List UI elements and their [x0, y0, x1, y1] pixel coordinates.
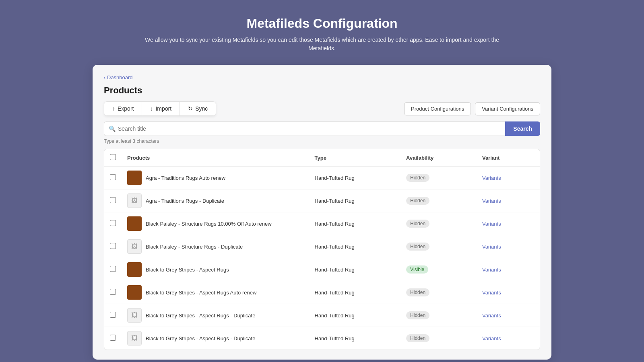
variant-config-button[interactable]: Variant Configurations [475, 102, 540, 115]
product-thumbnail [127, 285, 142, 300]
product-name: Black to Grey Stripes - Aspect Rugs Auto… [146, 290, 256, 296]
config-buttons: Product Configurations Variant Configura… [404, 102, 540, 115]
image-placeholder-icon: 🖼 [131, 197, 138, 204]
row-availability-cell: Hidden [400, 189, 477, 212]
product-thumbnail: 🖼 [127, 308, 142, 323]
row-checkbox-cell [104, 235, 122, 258]
row-availability-cell: Hidden [400, 167, 477, 189]
row-checkbox[interactable] [110, 335, 116, 341]
product-thumbnail [127, 216, 142, 231]
availability-badge: Hidden [406, 174, 429, 182]
row-product-cell: 🖼Black to Grey Stripes - Aspect Rugs - D… [122, 304, 309, 327]
row-checkbox-cell [104, 327, 122, 350]
variants-link[interactable]: Variants [482, 175, 501, 181]
search-input-wrapper: 🔍 [104, 121, 505, 136]
availability-badge: Hidden [406, 220, 429, 228]
product-name: Black Paisley - Structure Rugs 10.00% Of… [146, 221, 272, 227]
image-placeholder-icon: 🖼 [131, 335, 138, 342]
products-table-container: Products Type Availability Variant Agra … [104, 149, 540, 350]
row-type-cell: Hand-Tufted Rug [309, 327, 401, 350]
row-checkbox[interactable] [110, 197, 116, 203]
table-row: 🖼Black Paisley - Structure Rugs - Duplic… [104, 235, 540, 258]
availability-badge: Hidden [406, 243, 429, 251]
variants-link[interactable]: Variants [482, 290, 501, 296]
row-checkbox[interactable] [110, 174, 116, 180]
product-cell: Black to Grey Stripes - Aspect Rugs [127, 262, 303, 277]
variants-link[interactable]: Variants [482, 221, 501, 227]
availability-badge: Hidden [406, 197, 429, 205]
row-product-cell: 🖼Black to Grey Stripes - Aspect Rugs - D… [122, 327, 309, 350]
chevron-left-icon: ‹ [104, 75, 105, 80]
sync-button[interactable]: ↻ Sync [180, 102, 216, 115]
row-variant-cell: Variants [477, 212, 540, 235]
row-availability-cell: Hidden [400, 327, 477, 350]
toolbar: ↑ Export ↓ Import ↻ Sync Product Configu… [104, 101, 540, 116]
import-label: Import [155, 105, 171, 112]
row-type-cell: Hand-Tufted Rug [309, 235, 401, 258]
table-row: Black to Grey Stripes - Aspect RugsHand-… [104, 258, 540, 281]
table-row: 🖼Agra - Traditions Rugs - DuplicateHand-… [104, 189, 540, 212]
row-type-cell: Hand-Tufted Rug [309, 258, 401, 281]
search-button[interactable]: Search [505, 121, 540, 136]
product-cell: 🖼Black Paisley - Structure Rugs - Duplic… [127, 239, 303, 254]
row-variant-cell: Variants [477, 167, 540, 189]
row-availability-cell: Hidden [400, 235, 477, 258]
row-checkbox-cell [104, 167, 122, 189]
product-cell: Black Paisley - Structure Rugs 10.00% Of… [127, 216, 303, 231]
product-cell: 🖼Agra - Traditions Rugs - Duplicate [127, 193, 303, 208]
search-icon: 🔍 [109, 125, 116, 132]
row-product-cell: Black Paisley - Structure Rugs 10.00% Of… [122, 212, 309, 235]
product-thumbnail [127, 262, 142, 277]
breadcrumb-label: Dashboard [107, 74, 133, 80]
variants-link[interactable]: Variants [482, 244, 501, 250]
col-type-header: Type [309, 149, 401, 167]
row-checkbox[interactable] [110, 220, 116, 226]
col-variant-header: Variant [477, 149, 540, 167]
product-cell: Agra - Traditions Rugs Auto renew [127, 171, 303, 185]
sync-icon: ↻ [188, 105, 193, 112]
product-cell: 🖼Black to Grey Stripes - Aspect Rugs - D… [127, 331, 303, 346]
variants-link[interactable]: Variants [482, 313, 501, 319]
row-variant-cell: Variants [477, 258, 540, 281]
product-name: Black to Grey Stripes - Aspect Rugs - Du… [146, 313, 255, 319]
row-product-cell: Black to Grey Stripes - Aspect Rugs Auto… [122, 281, 309, 304]
sync-label: Sync [195, 105, 208, 112]
select-all-checkbox[interactable] [110, 154, 116, 160]
row-type-cell: Hand-Tufted Rug [309, 167, 401, 189]
product-name: Agra - Traditions Rugs Auto renew [146, 175, 225, 181]
import-button[interactable]: ↓ Import [142, 102, 180, 115]
page-subtitle: We allow you to sync your existing Metaf… [141, 36, 503, 53]
table-header-row: Products Type Availability Variant [104, 149, 540, 167]
row-product-cell: 🖼Black Paisley - Structure Rugs - Duplic… [122, 235, 309, 258]
row-type-cell: Hand-Tufted Rug [309, 189, 401, 212]
main-card: ‹ Dashboard Products ↑ Export ↓ Import ↻… [93, 65, 551, 360]
availability-badge: Hidden [406, 311, 429, 319]
row-type-cell: Hand-Tufted Rug [309, 304, 401, 327]
product-thumbnail: 🖼 [127, 193, 142, 208]
row-checkbox-cell [104, 258, 122, 281]
breadcrumb[interactable]: ‹ Dashboard [104, 74, 540, 80]
export-button[interactable]: ↑ Export [104, 102, 142, 115]
row-checkbox[interactable] [110, 266, 116, 272]
variants-link[interactable]: Variants [482, 335, 501, 341]
row-checkbox-cell [104, 212, 122, 235]
row-product-cell: 🖼Agra - Traditions Rugs - Duplicate [122, 189, 309, 212]
row-variant-cell: Variants [477, 304, 540, 327]
export-icon: ↑ [112, 105, 115, 112]
search-input[interactable] [104, 121, 505, 136]
products-title: Products [104, 85, 540, 96]
product-thumbnail [127, 171, 142, 185]
availability-badge: Hidden [406, 334, 429, 342]
row-checkbox[interactable] [110, 289, 116, 295]
col-product-header: Products [122, 149, 309, 167]
variants-link[interactable]: Variants [482, 267, 501, 273]
row-checkbox[interactable] [110, 243, 116, 249]
product-config-button[interactable]: Product Configurations [404, 102, 471, 115]
table-row: 🖼Black to Grey Stripes - Aspect Rugs - D… [104, 327, 540, 350]
row-checkbox[interactable] [110, 312, 116, 318]
row-product-cell: Black to Grey Stripes - Aspect Rugs [122, 258, 309, 281]
product-cell: 🖼Black to Grey Stripes - Aspect Rugs - D… [127, 308, 303, 323]
row-type-cell: Hand-Tufted Rug [309, 281, 401, 304]
variants-link[interactable]: Variants [482, 198, 501, 204]
export-label: Export [118, 105, 134, 112]
